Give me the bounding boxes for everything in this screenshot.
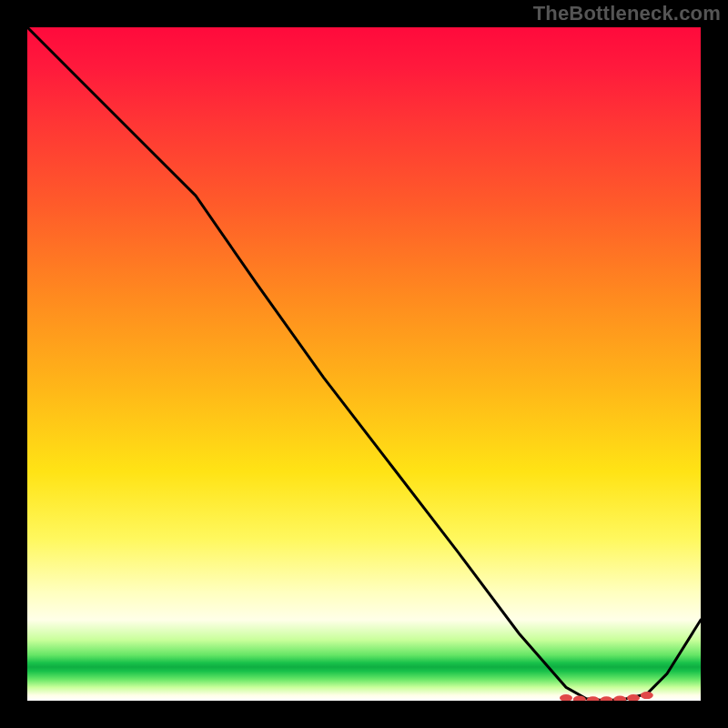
marker-dot	[560, 694, 572, 701]
plot-area	[27, 27, 701, 701]
watermark-text: TheBottleneck.com	[533, 2, 721, 25]
marker-dot	[641, 692, 653, 699]
marker-dot	[587, 696, 600, 701]
marker-dot	[613, 696, 626, 702]
marker-dot	[600, 696, 612, 701]
curve-line	[27, 27, 701, 701]
plot-overlay	[27, 27, 701, 701]
chart-stage: TheBottleneck.com	[0, 0, 728, 728]
